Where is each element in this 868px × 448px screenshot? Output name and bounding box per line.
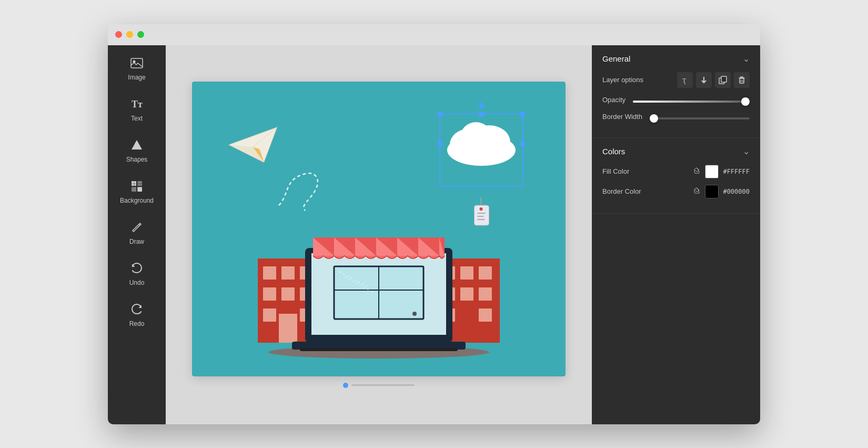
rotate-handle[interactable]: [479, 103, 484, 108]
background-icon: [130, 180, 143, 194]
layer-btn-text[interactable]: T: [677, 72, 693, 88]
svg-rect-41: [479, 308, 492, 322]
svg-rect-23: [263, 266, 276, 280]
svg-rect-26: [263, 287, 276, 301]
layer-btn-down[interactable]: [696, 72, 712, 88]
paper-plane: [229, 124, 281, 166]
layer-btn-delete[interactable]: [734, 72, 750, 88]
border-color-hex: #000000: [723, 188, 750, 195]
svg-text:T: T: [682, 77, 687, 84]
sidebar-item-background[interactable]: Background: [108, 173, 166, 212]
sidebar: Image Tт Text Shapes: [108, 45, 166, 424]
minimize-button[interactable]: [126, 31, 133, 38]
close-button[interactable]: [115, 31, 122, 38]
border-width-slider[interactable]: [650, 117, 750, 120]
svg-rect-6: [137, 187, 142, 192]
shapes-icon: [130, 139, 143, 153]
colors-chevron-icon[interactable]: ⌄: [743, 146, 750, 156]
scroll-dot-active: [343, 383, 348, 388]
draw-icon: [130, 221, 143, 235]
border-color-controls: #000000: [693, 185, 750, 198]
border-color-row: Border Color #000000: [602, 185, 750, 198]
svg-point-55: [412, 312, 417, 316]
svg-rect-0: [131, 58, 143, 68]
canvas-wrapper[interactable]: [192, 82, 566, 376]
colors-title: Colors: [602, 147, 625, 156]
handle-tl[interactable]: [438, 112, 443, 117]
redo-icon: [130, 303, 143, 317]
sidebar-item-undo[interactable]: Undo: [108, 255, 166, 294]
undo-icon: [130, 262, 143, 276]
svg-rect-29: [263, 308, 276, 322]
shop-illustration: [253, 195, 505, 361]
right-panel: General ⌄ Layer options T: [592, 45, 760, 424]
fill-color-pencil-icon[interactable]: [693, 167, 701, 176]
sidebar-item-shapes[interactable]: Shapes: [108, 132, 166, 171]
svg-rect-38: [460, 287, 473, 301]
opacity-slider[interactable]: [633, 101, 750, 103]
scroll-line: [351, 384, 415, 386]
sidebar-item-draw-label: Draw: [129, 238, 144, 245]
svg-rect-27: [281, 287, 295, 301]
border-color-pencil-icon[interactable]: [693, 187, 701, 196]
svg-rect-4: [137, 181, 142, 186]
scroll-indicator: [343, 383, 415, 388]
fill-color-row: Fill Color #FFFFFF: [602, 165, 750, 178]
sidebar-item-shapes-label: Shapes: [126, 156, 148, 163]
svg-rect-35: [460, 266, 473, 280]
svg-rect-36: [479, 266, 492, 280]
cloud-svg: [442, 118, 521, 166]
border-width-row: Border Width: [602, 112, 750, 122]
svg-rect-39: [479, 287, 492, 301]
text-icon: Tт: [130, 98, 143, 112]
general-header: General ⌄: [602, 54, 750, 64]
svg-text:Tт: Tт: [132, 99, 143, 109]
svg-rect-60: [721, 76, 726, 82]
image-icon: [130, 58, 143, 71]
svg-rect-47: [300, 348, 458, 351]
svg-rect-5: [132, 187, 136, 192]
sidebar-item-background-label: Background: [120, 197, 154, 204]
sidebar-item-redo-label: Redo: [129, 320, 145, 327]
titlebar: [108, 24, 760, 45]
layer-options-label: Layer options: [602, 76, 643, 84]
fill-color-label: Fill Color: [602, 167, 650, 175]
sidebar-item-redo[interactable]: Redo: [108, 296, 166, 335]
general-section: General ⌄ Layer options T: [592, 45, 760, 138]
border-color-swatch[interactable]: [705, 185, 719, 198]
svg-rect-3: [132, 181, 136, 186]
colors-section: Colors ⌄ Fill Color #FFFFF: [592, 138, 760, 214]
general-chevron-icon[interactable]: ⌄: [743, 54, 750, 64]
sidebar-item-undo-label: Undo: [129, 279, 145, 286]
handle-tr[interactable]: [520, 112, 525, 117]
opacity-row: Opacity: [602, 95, 750, 105]
main-area: Image Tт Text Shapes: [108, 45, 760, 424]
handle-tc[interactable]: [479, 112, 484, 117]
opacity-label: Opacity: [602, 96, 625, 104]
border-width-label: Border Width: [602, 113, 642, 121]
fill-color-controls: #FFFFFF: [693, 165, 750, 178]
fill-color-hex: #FFFFFF: [723, 168, 750, 175]
app-window: Image Tт Text Shapes: [108, 24, 760, 424]
svg-rect-31: [279, 314, 297, 343]
border-slider-container: [650, 112, 750, 122]
svg-rect-61: [740, 78, 744, 83]
sidebar-item-image[interactable]: Image: [108, 51, 166, 88]
maximize-button[interactable]: [137, 31, 144, 38]
svg-point-14: [460, 122, 492, 152]
layer-btn-copy[interactable]: [715, 72, 731, 88]
opacity-slider-container: [633, 95, 750, 105]
sidebar-item-text-label: Text: [131, 115, 143, 122]
svg-marker-7: [229, 127, 277, 162]
sidebar-item-text[interactable]: Tт Text: [108, 91, 166, 130]
svg-rect-24: [281, 266, 295, 280]
canvas-area: [166, 45, 592, 424]
general-title: General: [602, 54, 630, 63]
layer-options-buttons: T: [677, 72, 750, 88]
colors-header: Colors ⌄: [602, 146, 750, 156]
layer-options-row: Layer options T: [602, 72, 750, 88]
fill-color-swatch[interactable]: [705, 165, 719, 178]
sidebar-item-image-label: Image: [128, 74, 145, 81]
canvas-content: [192, 82, 566, 376]
sidebar-item-draw[interactable]: Draw: [108, 214, 166, 253]
